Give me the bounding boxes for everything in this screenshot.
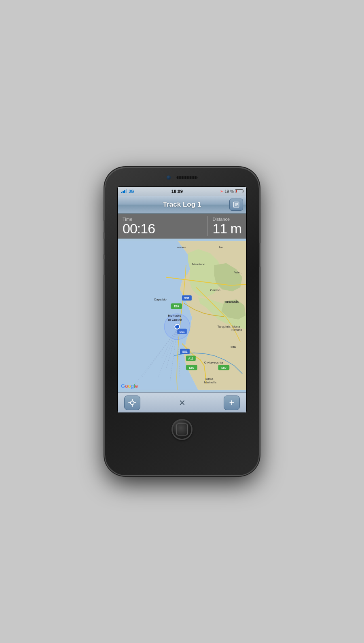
svg-point-43 bbox=[176, 325, 177, 326]
locate-button[interactable] bbox=[124, 396, 140, 410]
svg-text:E80: E80 bbox=[221, 366, 226, 369]
status-bar: 3G 18:09 ➤ 19 % bbox=[118, 187, 246, 196]
battery-icon bbox=[235, 189, 243, 193]
google-watermark: Google bbox=[121, 383, 138, 389]
svg-text:Canino: Canino bbox=[210, 288, 221, 292]
stat-divider bbox=[207, 216, 207, 236]
mute-button[interactable] bbox=[104, 220, 105, 233]
phone-frame: 3G 18:09 ➤ 19 % Track Log 1 bbox=[105, 168, 259, 475]
svg-text:Manciano: Manciano bbox=[192, 262, 205, 266]
status-right: ➤ 19 % bbox=[220, 189, 243, 194]
phone-screen: 3G 18:09 ➤ 19 % Track Log 1 bbox=[117, 186, 247, 413]
location-icon: ➤ bbox=[220, 189, 223, 193]
home-button-inner bbox=[176, 423, 188, 436]
svg-text:oscana: oscana bbox=[177, 246, 186, 249]
svg-text:SS1: SS1 bbox=[184, 297, 189, 300]
export-icon bbox=[233, 201, 240, 208]
svg-text:Marinella: Marinella bbox=[204, 381, 217, 384]
close-button[interactable]: ✕ bbox=[179, 398, 186, 408]
nav-title: Track Log 1 bbox=[163, 201, 201, 209]
svg-text:Santa: Santa bbox=[205, 377, 214, 381]
locate-icon bbox=[128, 398, 137, 407]
svg-point-42 bbox=[175, 324, 180, 329]
svg-text:Tuscania: Tuscania bbox=[224, 300, 239, 304]
add-button[interactable]: + bbox=[224, 396, 240, 410]
signal-bar-3 bbox=[124, 190, 125, 193]
svg-text:Romano: Romano bbox=[231, 328, 242, 331]
svg-text:Tolfa: Tolfa bbox=[229, 345, 236, 349]
export-button[interactable] bbox=[229, 199, 243, 211]
map-svg: E80 SS1 SS1 SS1 A12 E80 E80 bbox=[118, 239, 246, 392]
home-button[interactable] bbox=[171, 419, 193, 440]
toolbar: ✕ + bbox=[118, 392, 246, 412]
svg-text:A12: A12 bbox=[188, 357, 193, 360]
volume-down-button[interactable] bbox=[104, 259, 105, 275]
battery-fill bbox=[236, 190, 237, 192]
svg-text:Capalbio: Capalbio bbox=[154, 298, 167, 301]
add-icon: + bbox=[229, 398, 235, 407]
distance-stat: Distance 11 m bbox=[212, 217, 241, 235]
svg-text:Isol...: Isol... bbox=[219, 246, 226, 249]
time-value: 00:16 bbox=[123, 222, 202, 235]
volume-up-button[interactable] bbox=[104, 239, 105, 255]
time-stat: Time 00:16 bbox=[123, 217, 202, 235]
signal-bars bbox=[121, 189, 127, 193]
navigation-bar: Track Log 1 bbox=[118, 196, 246, 214]
svg-text:Civitavecchia: Civitavecchia bbox=[204, 361, 223, 364]
svg-point-44 bbox=[131, 401, 134, 404]
svg-text:E80: E80 bbox=[174, 305, 179, 308]
earpiece-speaker bbox=[176, 176, 198, 179]
signal-bar-1 bbox=[121, 192, 122, 193]
status-time: 18:09 bbox=[171, 189, 183, 194]
front-camera bbox=[166, 175, 171, 180]
map-area[interactable]: E80 SS1 SS1 SS1 A12 E80 E80 bbox=[118, 239, 246, 392]
svg-text:SS1: SS1 bbox=[182, 350, 187, 353]
svg-text:E80: E80 bbox=[189, 366, 194, 369]
signal-bar-4 bbox=[126, 189, 127, 193]
signal-bar-2 bbox=[123, 191, 124, 193]
phone-top bbox=[105, 168, 259, 186]
camera-speaker-row bbox=[166, 175, 198, 180]
svg-text:Vale...: Vale... bbox=[234, 271, 242, 274]
network-type: 3G bbox=[129, 189, 134, 194]
battery-percent: 19 % bbox=[224, 189, 234, 194]
stats-overlay: Time 00:16 Distance 11 m bbox=[118, 214, 246, 239]
svg-text:Tarquinia: Tarquinia bbox=[217, 325, 231, 328]
svg-text:Monte: Monte bbox=[232, 325, 240, 328]
status-left: 3G bbox=[121, 189, 134, 194]
home-button-area bbox=[105, 413, 259, 448]
distance-value: 11 m bbox=[212, 222, 241, 235]
power-button[interactable] bbox=[259, 243, 260, 267]
